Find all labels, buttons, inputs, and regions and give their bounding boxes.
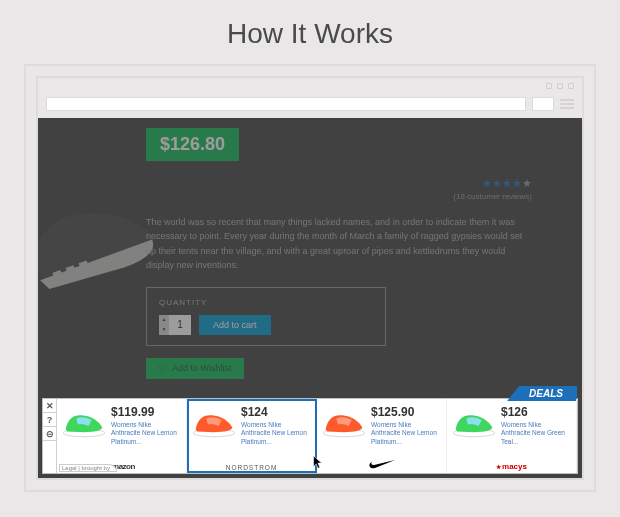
deal-card[interactable]: $124 Womens Nike Anthracite New Lemon Pl… [187, 399, 317, 473]
url-bar[interactable] [46, 97, 526, 111]
legal-text[interactable]: Legal | brought by [59, 464, 117, 472]
deal-info: $124 Womens Nike Anthracite New Lemon Pl… [241, 405, 312, 469]
reviews-count[interactable]: (18 customer reviews) [146, 192, 532, 201]
deal-thumb [191, 405, 237, 441]
outer-frame: $126.80 ★★★★★ (18 customer reviews) The … [24, 64, 596, 492]
deals-list: $119.99 Womens Nike Anthracite New Lemon… [57, 399, 577, 473]
deals-controls: ✕ ? ⊝ [43, 399, 57, 473]
hamburger-icon[interactable] [560, 99, 574, 109]
qty-down-icon[interactable]: ▼ [159, 325, 169, 335]
qty-up-icon[interactable]: ▲ [159, 315, 169, 325]
deal-price: $125.90 [371, 405, 442, 419]
viewport: $126.80 ★★★★★ (18 customer reviews) The … [38, 118, 582, 478]
heart-icon: ♡ [158, 363, 167, 374]
browser-window-controls [38, 78, 582, 96]
quantity-value: 1 [169, 315, 191, 335]
deal-thumb [61, 405, 107, 441]
settings-icon[interactable]: ⊝ [43, 427, 56, 441]
browser-toolbar [38, 96, 582, 118]
quantity-label: QUANTITY [159, 298, 373, 307]
deal-info: $119.99 Womens Nike Anthracite New Lemon… [111, 405, 182, 469]
window-dot [568, 83, 574, 89]
vendor-logo-nike [317, 459, 446, 471]
deal-title[interactable]: Womens Nike Anthracite New Lemon Platinu… [241, 421, 312, 446]
deal-card[interactable]: $126 Womens Nike Anthracite New Green Te… [447, 399, 577, 473]
browser-mockup: $126.80 ★★★★★ (18 customer reviews) The … [36, 76, 584, 480]
product-description: The world was so recent that many things… [146, 215, 532, 273]
window-dot [546, 83, 552, 89]
vendor-logo-macys: macys [447, 462, 576, 471]
page-title: How It Works [0, 0, 620, 64]
add-to-cart-button[interactable]: Add to cart [199, 315, 271, 335]
quantity-stepper[interactable]: ▲ ▼ 1 [159, 315, 191, 335]
deal-price: $119.99 [111, 405, 182, 419]
deal-price: $126 [501, 405, 572, 419]
deal-card[interactable]: $125.90 Womens Nike Anthracite New Lemon… [317, 399, 447, 473]
deal-thumb [321, 405, 367, 441]
close-icon[interactable]: ✕ [43, 399, 56, 413]
deals-bar: DEALS ✕ ? ⊝ $119.99 Womens Nike Anthraci… [42, 398, 578, 474]
window-dot [557, 83, 563, 89]
deal-title[interactable]: Womens Nike Anthracite New Lemon Platinu… [111, 421, 182, 446]
deal-title[interactable]: Womens Nike Anthracite New Green Teal... [501, 421, 572, 446]
deal-thumb [451, 405, 497, 441]
go-button[interactable] [532, 97, 554, 111]
price-badge: $126.80 [146, 128, 239, 161]
quantity-box: QUANTITY ▲ ▼ 1 Add to cart [146, 287, 386, 346]
deal-card[interactable]: $119.99 Womens Nike Anthracite New Lemon… [57, 399, 187, 473]
add-to-wishlist-button[interactable]: ♡ Add to Wishlist [146, 358, 244, 379]
help-icon[interactable]: ? [43, 413, 56, 427]
deal-info: $126 Womens Nike Anthracite New Green Te… [501, 405, 572, 469]
vendor-logo-nordstrom: NORDSTROM [187, 464, 316, 471]
deal-title[interactable]: Womens Nike Anthracite New Lemon Platinu… [371, 421, 442, 446]
star-rating: ★★★★★ [482, 177, 532, 189]
wishlist-label: Add to Wishlist [172, 363, 232, 373]
rating-row: ★★★★★ (18 customer reviews) [146, 173, 542, 201]
product-details: $126.80 ★★★★★ (18 customer reviews) The … [146, 118, 542, 379]
deal-price: $124 [241, 405, 312, 419]
